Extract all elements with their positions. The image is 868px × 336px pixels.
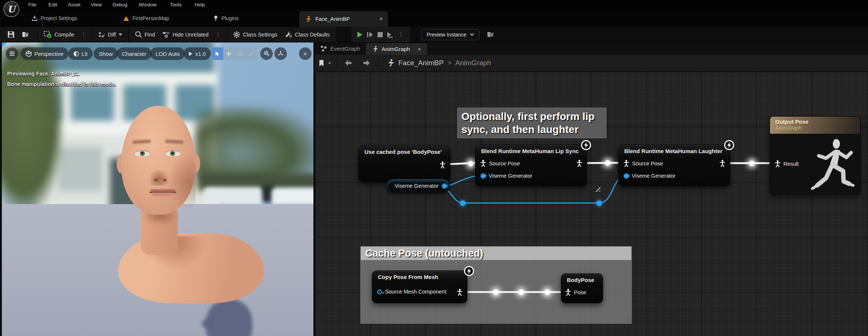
rotate-tool-button[interactable] (234, 47, 246, 60)
tab-eventgraph[interactable]: EventGraph (315, 42, 366, 55)
project-settings-icon (32, 15, 38, 21)
right-nostril (163, 179, 167, 181)
forward-arrow-icon[interactable] (362, 60, 370, 66)
menu-edit[interactable]: Edit (46, 1, 59, 8)
tab-plugins[interactable]: Plugins (213, 13, 239, 23)
bookmark-icon[interactable] (319, 60, 324, 67)
translate-tool-button[interactable] (223, 47, 235, 60)
pin-lipsync-viseme[interactable]: Viseme Generator (481, 173, 532, 179)
preview-instance-dropdown[interactable]: Preview Instance (421, 29, 480, 40)
class-defaults-button[interactable]: Class Defaults (283, 27, 332, 42)
play-options-kebab[interactable]: ⋮ (397, 31, 405, 38)
bone-axes-button[interactable] (274, 47, 287, 60)
pin-source-mesh-component[interactable]: Source Mesh Component (377, 289, 446, 295)
class-settings-button[interactable]: Class Settings (231, 27, 280, 42)
pin-cached-pose-output[interactable] (440, 161, 445, 168)
node-blend-laughter[interactable]: Blend Runtime MetaHuman Laughter Source … (618, 145, 730, 186)
unreal-logo-icon: U (3, 1, 19, 17)
class-group: Class Settings Class Defaults (227, 27, 336, 42)
mouth (148, 188, 178, 197)
breadcrumb-root[interactable]: Face_AnimBP (398, 59, 444, 67)
focus-selected-button[interactable] (260, 47, 273, 60)
character-button[interactable]: Character (117, 47, 152, 60)
pin-laughter-output[interactable] (720, 160, 725, 167)
node-output-pose[interactable]: Output Pose AnimGraph Result (770, 116, 861, 194)
lod-label: LOD Auto (155, 51, 180, 57)
file-group (0, 27, 37, 42)
show-button[interactable]: Show (94, 47, 118, 60)
find-button[interactable]: Find (133, 27, 157, 42)
animgraph-canvas[interactable]: Cache Pose (untouched) Optionally, first… (315, 72, 868, 336)
menu-help[interactable]: Help (192, 1, 207, 8)
menu-debug[interactable]: Debug (110, 1, 130, 8)
diff-label: Diff (108, 32, 116, 38)
nose-shadow (150, 168, 170, 186)
tab-animgraph[interactable]: AnimGraph × (366, 43, 427, 55)
warning-triangle-icon (123, 16, 129, 21)
save-button[interactable] (5, 27, 17, 42)
reroute-node[interactable] (460, 200, 465, 206)
bookmark-chevron-icon[interactable] (328, 62, 331, 64)
menu-view[interactable]: View (89, 1, 104, 8)
node-copy-pose-from-mesh[interactable]: Copy Pose From Mesh Source Mesh Componen… (372, 270, 467, 303)
wire-glow (493, 289, 499, 295)
wrench-list-icon (285, 31, 292, 38)
tab-close-icon[interactable]: × (379, 16, 383, 22)
menu-file[interactable]: File (26, 1, 39, 8)
viewport-expand-button[interactable]: » (299, 47, 312, 60)
pin-pose-input[interactable]: Pose (565, 289, 586, 296)
menu-asset[interactable]: Asset (66, 1, 83, 8)
pin-laughter-source-pose[interactable]: Source Pose (624, 160, 663, 167)
node-body-pose[interactable]: BodyPose Pose (561, 273, 603, 303)
pin-result[interactable]: Result (775, 160, 799, 167)
node-use-cached-pose-title: Use cached pose 'BodyPose' (359, 146, 450, 156)
preview-viewport[interactable]: Perspective Lit Show Character LOD Auto … (0, 42, 313, 336)
pin-viseme-generator-output[interactable] (442, 184, 447, 188)
node-use-cached-pose[interactable]: Use cached pose 'BodyPose' (359, 145, 450, 182)
blurred-car (203, 187, 263, 205)
pin-copy-pose-output[interactable] (457, 289, 463, 296)
compile-button[interactable]: Compile (42, 27, 76, 42)
save-icon (7, 31, 15, 38)
lod-button[interactable]: LOD Auto (150, 47, 185, 60)
select-tool-button[interactable] (212, 47, 223, 60)
tab-animgraph-close-icon[interactable]: × (418, 46, 421, 52)
diff-chevron-icon (119, 34, 122, 36)
pin-lipsync-output[interactable] (577, 160, 582, 167)
menu-tools[interactable]: Tools (168, 1, 184, 8)
browse-preview-button[interactable] (485, 27, 497, 42)
node-body-pose-title: BodyPose (561, 274, 603, 284)
menu-bar: File Edit Asset View Debug Window Tools … (0, 0, 868, 9)
compile-options-kebab[interactable]: ⋮ (79, 31, 88, 38)
node-viseme-generator-variable[interactable]: Viseme Generator (386, 179, 450, 193)
hide-unrelated-kebab[interactable]: ⋮ (214, 31, 222, 38)
playback-speed-button[interactable]: x1.0 (183, 47, 211, 60)
browse-asset-button[interactable] (20, 27, 32, 42)
tab-project-settings[interactable]: Project Settings (32, 13, 77, 23)
asset-tab-row: Project Settings FirstPersonMap Plugins … (0, 9, 868, 27)
tab-face-animbp[interactable]: Face_AnimBP × (299, 11, 388, 27)
pin-laughter-viseme[interactable]: Viseme Generator (624, 173, 675, 179)
skip-to-end-icon[interactable] (386, 31, 394, 38)
reroute-node[interactable] (596, 200, 602, 206)
viewport-overlay-line2: Bone manipulation is disabled in this mo… (7, 81, 116, 87)
hide-unrelated-button[interactable]: Hide Unrelated (160, 27, 211, 42)
pin-lipsync-source-pose[interactable]: Source Pose (480, 160, 520, 167)
lit-button[interactable]: Lit (68, 47, 93, 60)
viewport-menu-button[interactable] (6, 47, 18, 60)
head-shadow-ear (202, 319, 214, 329)
scale-tool-button[interactable] (246, 47, 258, 60)
play-icon[interactable] (356, 31, 363, 38)
pin-source-mesh-label: Source Mesh Component (385, 289, 446, 295)
lit-label: Lit (82, 51, 88, 57)
tab-firstpersonmap[interactable]: FirstPersonMap (123, 13, 169, 23)
compile-icon (44, 31, 52, 38)
stop-icon[interactable] (377, 31, 384, 38)
diff-button[interactable]: Diff (96, 27, 124, 42)
menu-window[interactable]: Window (136, 1, 159, 8)
perspective-button[interactable]: Perspective (20, 47, 69, 60)
step-forward-icon[interactable] (366, 31, 374, 38)
node-blend-lip-sync[interactable]: Blend Runtime MetaHuman Lip Sync Source … (475, 145, 587, 186)
breadcrumb-current[interactable]: AnimGraph (455, 59, 491, 67)
back-arrow-icon[interactable] (344, 60, 353, 66)
